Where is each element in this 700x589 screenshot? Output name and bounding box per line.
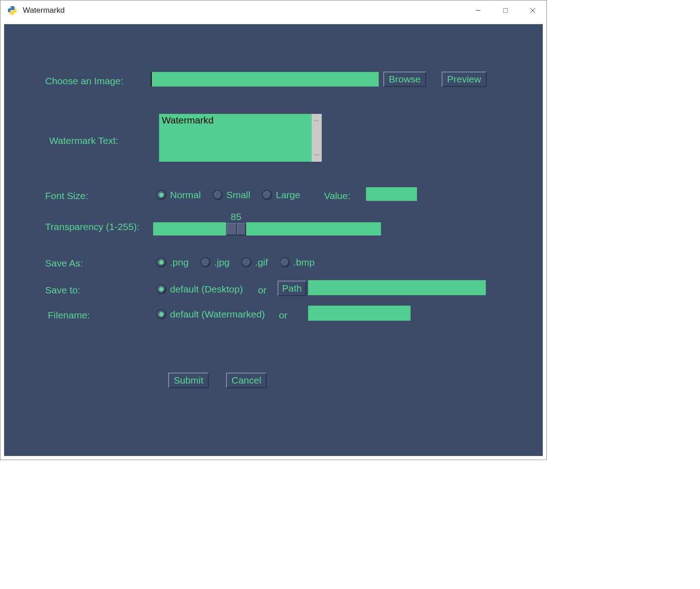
font-value-input[interactable] [366, 187, 417, 201]
bmp-label: .bmp [293, 257, 315, 268]
window-controls [464, 0, 546, 20]
filename-default-radio[interactable] [156, 309, 166, 319]
choose-image-label: Choose an Image: [45, 76, 124, 87]
font-size-label: Font Size: [45, 190, 88, 201]
submit-button[interactable]: Submit [168, 373, 209, 388]
filename-radio-group: default (Watermarked) [156, 309, 273, 320]
save-to-radio-group: default (Desktop) [156, 284, 251, 295]
png-label: .png [170, 257, 189, 268]
preview-button[interactable]: Preview [442, 72, 487, 87]
svg-rect-1 [504, 9, 508, 13]
python-icon [7, 5, 17, 15]
font-small-radio[interactable] [213, 190, 223, 200]
save-as-radio-group: .png .jpg .gif .bmp [156, 257, 323, 268]
title-bar: Watermarkd [0, 0, 546, 20]
transparency-label: Transparency (1-255): [45, 221, 139, 232]
gif-label: .gif [255, 257, 268, 268]
jpg-radio[interactable] [201, 257, 211, 267]
bmp-radio[interactable] [280, 257, 290, 267]
font-large-radio[interactable] [262, 190, 272, 200]
save-as-label: Save As: [45, 258, 83, 269]
path-button[interactable]: Path [278, 281, 306, 296]
textarea-scrollbar[interactable]: ︿ ﹀ [312, 114, 322, 162]
browse-button[interactable]: Browse [383, 72, 426, 87]
font-normal-radio[interactable] [156, 190, 166, 200]
font-value-label: Value: [324, 190, 350, 201]
jpg-label: .jpg [214, 257, 230, 268]
filename-input[interactable] [308, 306, 411, 321]
image-path-input[interactable] [151, 72, 379, 87]
maximize-button[interactable] [492, 0, 519, 20]
path-input[interactable] [308, 280, 486, 295]
app-window: Watermarkd Choose an Image: Browse Previ… [0, 0, 547, 460]
watermark-text-input[interactable]: Watermarkd [159, 114, 312, 162]
font-size-radio-group: Normal Small Large [156, 190, 309, 200]
font-large-label: Large [276, 190, 300, 200]
filename-label: Filename: [48, 310, 90, 321]
font-normal-label: Normal [170, 190, 201, 200]
filename-or-label: or [279, 310, 288, 321]
gif-radio[interactable] [242, 257, 252, 267]
transparency-slider[interactable]: 85 [153, 222, 381, 236]
save-to-or-label: or [258, 285, 267, 296]
save-to-default-radio[interactable] [156, 284, 166, 294]
slider-value: 85 [231, 211, 241, 222]
scroll-down-icon[interactable]: ﹀ [314, 152, 320, 160]
cancel-button[interactable]: Cancel [226, 373, 267, 388]
png-radio[interactable] [156, 257, 166, 267]
minimize-button[interactable] [464, 0, 492, 20]
watermark-textarea-wrap: Watermarkd ︿ ﹀ [159, 114, 322, 162]
scroll-up-icon[interactable]: ︿ [314, 116, 320, 124]
font-small-label: Small [226, 190, 251, 200]
save-to-label: Save to: [45, 285, 80, 296]
filename-default-label: default (Watermarked) [170, 309, 265, 320]
watermark-text-label: Watermark Text: [49, 135, 118, 146]
slider-track[interactable] [153, 222, 381, 236]
slider-thumb[interactable] [226, 222, 246, 236]
save-to-default-label: default (Desktop) [170, 284, 243, 295]
close-button[interactable] [519, 0, 546, 20]
window-title: Watermarkd [23, 6, 65, 15]
content-area: Choose an Image: Browse Preview Watermar… [4, 24, 543, 456]
